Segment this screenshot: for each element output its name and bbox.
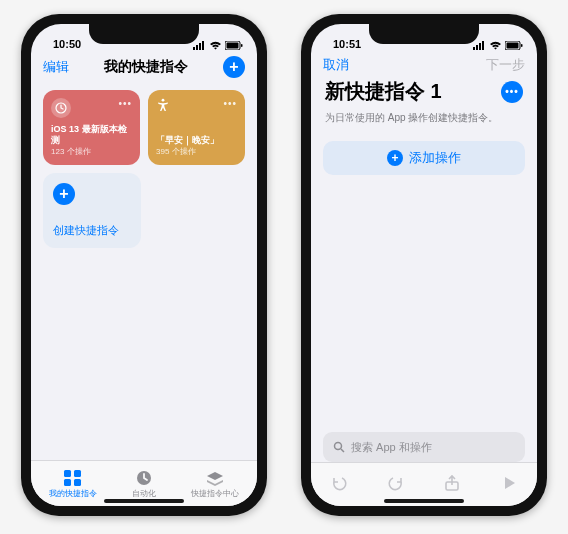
edit-button[interactable]: 编辑 <box>43 58 69 76</box>
undo-button[interactable] <box>330 474 348 496</box>
signal-icon <box>193 41 206 50</box>
settings-more-button[interactable]: ••• <box>501 81 523 103</box>
header: 编辑 我的快捷指令 + <box>31 50 257 82</box>
svg-point-8 <box>162 99 165 102</box>
accessibility-icon <box>156 98 170 116</box>
more-icon[interactable]: ••• <box>118 98 132 109</box>
search-input[interactable]: 搜索 App 和操作 <box>323 432 525 462</box>
page-title: 新快捷指令 1 <box>325 78 442 105</box>
automation-icon <box>134 469 154 487</box>
wifi-icon <box>209 41 222 50</box>
search-placeholder: 搜索 App 和操作 <box>351 440 432 455</box>
home-indicator[interactable] <box>104 499 184 503</box>
card-title: iOS 13 最新版本检测 <box>51 124 132 146</box>
redo-button[interactable] <box>387 474 405 496</box>
status-indicators <box>193 41 243 50</box>
status-time: 10:50 <box>53 38 81 50</box>
cancel-button[interactable]: 取消 <box>323 56 349 74</box>
next-button[interactable]: 下一步 <box>486 56 525 74</box>
tab-gallery[interactable]: 快捷指令中心 <box>191 469 239 499</box>
svg-rect-9 <box>64 470 71 477</box>
status-indicators <box>473 41 523 50</box>
svg-rect-10 <box>74 470 81 477</box>
shortcut-card[interactable]: ••• iOS 13 最新版本检测 123 个操作 <box>43 90 140 165</box>
svg-rect-20 <box>521 44 523 47</box>
wifi-icon <box>489 41 502 50</box>
add-shortcut-button[interactable]: + <box>223 56 245 78</box>
tab-my-shortcuts[interactable]: 我的快捷指令 <box>49 469 97 499</box>
plus-icon: + <box>53 183 75 205</box>
svg-rect-3 <box>202 41 204 50</box>
svg-rect-5 <box>227 43 239 49</box>
grid-icon <box>63 469 83 487</box>
create-shortcut-card[interactable]: + 创建快捷指令 <box>43 173 141 248</box>
add-action-button[interactable]: + 添加操作 <box>323 141 525 175</box>
more-icon[interactable]: ••• <box>223 98 237 109</box>
create-label: 创建快捷指令 <box>53 223 131 238</box>
svg-rect-17 <box>482 41 484 50</box>
card-title: 「早安｜晚安」 <box>156 135 237 146</box>
add-action-label: 添加操作 <box>409 149 461 167</box>
share-button[interactable] <box>443 474 461 496</box>
svg-rect-11 <box>64 479 71 486</box>
header: 取消 下一步 <box>311 50 537 78</box>
svg-point-21 <box>335 443 342 450</box>
svg-rect-19 <box>507 43 519 49</box>
page-title: 我的快捷指令 <box>104 58 188 76</box>
svg-rect-16 <box>479 43 481 50</box>
plus-icon: + <box>387 150 403 166</box>
svg-rect-2 <box>199 43 201 50</box>
tab-automation[interactable]: 自动化 <box>132 469 156 499</box>
svg-rect-12 <box>74 479 81 486</box>
shortcut-card[interactable]: ••• 「早安｜晚安」 395 个操作 <box>148 90 245 165</box>
page-subtitle: 为日常使用的 App 操作创建快捷指令。 <box>311 107 537 135</box>
svg-rect-6 <box>241 44 243 47</box>
tab-label: 自动化 <box>132 488 156 499</box>
battery-icon <box>225 41 243 50</box>
play-button[interactable] <box>500 474 518 496</box>
card-subtitle: 395 个操作 <box>156 146 237 157</box>
signal-icon <box>473 41 486 50</box>
clock-icon <box>51 98 71 118</box>
home-indicator[interactable] <box>384 499 464 503</box>
tab-label: 我的快捷指令 <box>49 488 97 499</box>
search-icon <box>333 441 345 453</box>
status-time: 10:51 <box>333 38 361 50</box>
card-subtitle: 123 个操作 <box>51 146 132 157</box>
gallery-icon <box>205 469 225 487</box>
tab-label: 快捷指令中心 <box>191 488 239 499</box>
svg-line-22 <box>341 449 344 452</box>
battery-icon <box>505 41 523 50</box>
